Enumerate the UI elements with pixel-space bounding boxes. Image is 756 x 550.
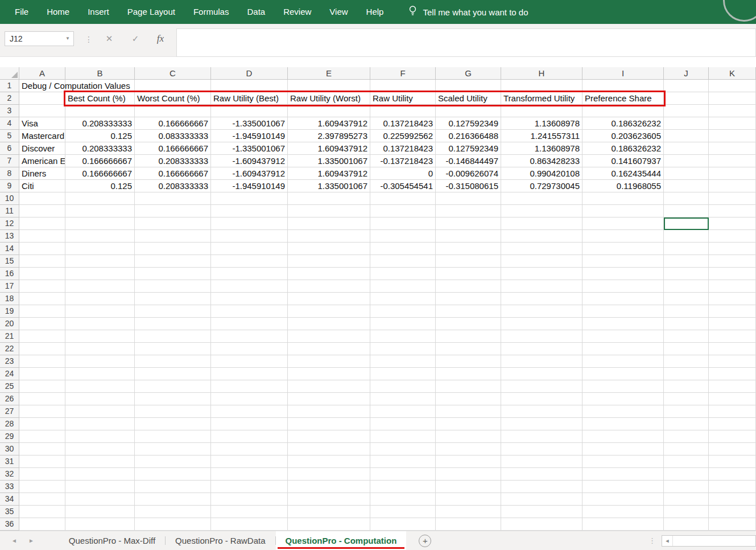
cell-K15[interactable] — [709, 255, 756, 268]
cell-B28[interactable] — [65, 418, 135, 430]
cell-J5[interactable] — [664, 130, 709, 142]
row-header-17[interactable]: 17 — [0, 280, 19, 293]
column-header-C[interactable]: C — [135, 67, 211, 80]
cell-F26[interactable] — [370, 393, 436, 405]
cell-I12[interactable] — [583, 217, 664, 230]
cell-B36[interactable] — [65, 518, 135, 531]
cell-F23[interactable] — [370, 355, 436, 368]
cell-A29[interactable] — [19, 430, 65, 443]
cell-G25[interactable] — [436, 380, 501, 393]
cell-J21[interactable] — [664, 330, 709, 343]
cell-F18[interactable] — [370, 293, 436, 305]
cell-H9[interactable]: 0.729730045 — [501, 180, 583, 192]
cell-D33[interactable] — [211, 481, 288, 493]
menu-tab-home[interactable]: Home — [38, 0, 79, 24]
cell-K18[interactable] — [709, 293, 756, 305]
cell-I7[interactable]: 0.141607937 — [583, 155, 664, 167]
cell-H12[interactable] — [501, 217, 583, 230]
cell-I16[interactable] — [583, 268, 664, 280]
cell-B3[interactable] — [65, 105, 135, 117]
cell-I31[interactable] — [583, 455, 664, 468]
cell-B35[interactable] — [65, 506, 135, 518]
cell-F7[interactable]: -0.137218423 — [370, 155, 436, 167]
column-header-D[interactable]: D — [211, 67, 288, 80]
cell-E11[interactable] — [288, 205, 370, 217]
row-header-6[interactable]: 6 — [0, 142, 19, 155]
cell-G24[interactable] — [436, 368, 501, 380]
column-header-A[interactable]: A — [19, 67, 65, 80]
cell-I14[interactable] — [583, 243, 664, 255]
cell-B17[interactable] — [65, 280, 135, 293]
tell-me-box[interactable]: Tell me what you want to do — [408, 0, 528, 24]
row-header-28[interactable]: 28 — [0, 418, 19, 430]
sheet-tab-questionpro-rawdata[interactable]: QuestionPro - RawData — [166, 531, 275, 550]
cell-C7[interactable]: 0.208333333 — [135, 155, 211, 167]
cell-D14[interactable] — [211, 243, 288, 255]
cell-F17[interactable] — [370, 280, 436, 293]
cell-D17[interactable] — [211, 280, 288, 293]
cell-F5[interactable]: 0.225992562 — [370, 130, 436, 142]
cell-G8[interactable]: -0.009626074 — [436, 167, 501, 180]
enter-icon[interactable]: ✓ — [127, 31, 143, 46]
cell-G34[interactable] — [436, 493, 501, 506]
row-header-11[interactable]: 11 — [0, 205, 19, 217]
cell-G33[interactable] — [436, 481, 501, 493]
cell-J3[interactable] — [664, 105, 709, 117]
cell-K29[interactable] — [709, 430, 756, 443]
cell-A21[interactable] — [19, 330, 65, 343]
cell-I27[interactable] — [583, 405, 664, 418]
cell-C2[interactable]: Worst Count (%) — [135, 92, 211, 105]
cell-A10[interactable] — [19, 192, 65, 205]
cell-G12[interactable] — [436, 217, 501, 230]
cell-E22[interactable] — [288, 343, 370, 355]
cell-J35[interactable] — [664, 506, 709, 518]
row-header-3[interactable]: 3 — [0, 105, 19, 117]
cell-D27[interactable] — [211, 405, 288, 418]
cell-E20[interactable] — [288, 318, 370, 330]
cell-G3[interactable] — [436, 105, 501, 117]
row-header-31[interactable]: 31 — [0, 455, 19, 468]
cell-C12[interactable] — [135, 217, 211, 230]
cell-C17[interactable] — [135, 280, 211, 293]
column-header-I[interactable]: I — [583, 67, 664, 80]
cell-J13[interactable] — [664, 230, 709, 243]
cell-F19[interactable] — [370, 305, 436, 318]
cell-G22[interactable] — [436, 343, 501, 355]
cell-F24[interactable] — [370, 368, 436, 380]
row-header-7[interactable]: 7 — [0, 155, 19, 167]
menu-tab-review[interactable]: Review — [274, 0, 320, 24]
column-header-E[interactable]: E — [288, 67, 370, 80]
cell-H27[interactable] — [501, 405, 583, 418]
cell-F12[interactable] — [370, 217, 436, 230]
scrollbar-track[interactable] — [673, 536, 755, 546]
cell-G30[interactable] — [436, 443, 501, 455]
cell-I23[interactable] — [583, 355, 664, 368]
cell-H33[interactable] — [501, 481, 583, 493]
cell-F22[interactable] — [370, 343, 436, 355]
cell-F34[interactable] — [370, 493, 436, 506]
cell-G16[interactable] — [436, 268, 501, 280]
cell-E25[interactable] — [288, 380, 370, 393]
cell-I29[interactable] — [583, 430, 664, 443]
cell-F1[interactable] — [370, 80, 436, 92]
cell-J33[interactable] — [664, 481, 709, 493]
cell-B8[interactable]: 0.166666667 — [65, 167, 135, 180]
cell-C31[interactable] — [135, 455, 211, 468]
cell-E12[interactable] — [288, 217, 370, 230]
cell-K35[interactable] — [709, 506, 756, 518]
cell-D25[interactable] — [211, 380, 288, 393]
cell-A32[interactable] — [19, 468, 65, 481]
cell-H34[interactable] — [501, 493, 583, 506]
cell-K24[interactable] — [709, 368, 756, 380]
insert-function-icon[interactable]: fx — [152, 31, 168, 46]
cell-A15[interactable] — [19, 255, 65, 268]
column-header-H[interactable]: H — [501, 67, 583, 80]
cell-I35[interactable] — [583, 506, 664, 518]
cell-A18[interactable] — [19, 293, 65, 305]
cell-C28[interactable] — [135, 418, 211, 430]
cell-J31[interactable] — [664, 455, 709, 468]
cell-K19[interactable] — [709, 305, 756, 318]
cell-A26[interactable] — [19, 393, 65, 405]
cell-K21[interactable] — [709, 330, 756, 343]
cell-K7[interactable] — [709, 155, 756, 167]
